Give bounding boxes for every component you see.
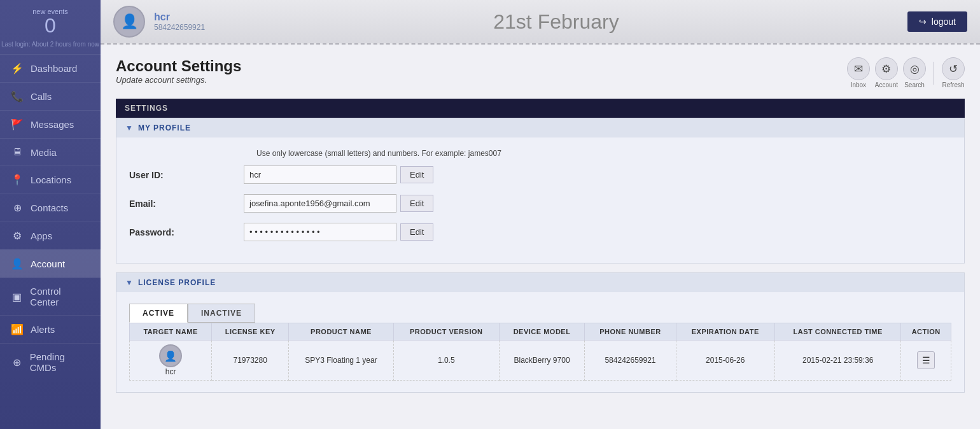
content-area: Account Settings Update account settings… [101, 45, 980, 429]
header: 👤 hcr 584242659921 21st February ↪ logou… [101, 0, 980, 45]
contacts-icon: ⊕ [10, 202, 24, 214]
header-avatar: 👤 [113, 6, 145, 38]
toolbar-icons: ✉ Inbox ⚙ Account ◎ Search ↺ Refresh [847, 57, 965, 88]
header-username: hcr [154, 11, 205, 23]
form-row-user-id: User ID: Edit [129, 165, 951, 184]
toolbar-search-label: Search [904, 81, 925, 88]
sidebar-item-pending-cmds[interactable]: ⊕ Pending CMDs [0, 343, 101, 381]
sidebar-item-account[interactable]: 👤 Account [0, 250, 101, 278]
media-icon: 🖥 [10, 146, 24, 158]
field-input-password[interactable] [244, 223, 396, 241]
my-profile-body: Use only lowercase (small letters) and n… [116, 137, 964, 263]
locations-icon: 📍 [10, 174, 24, 186]
sidebar-item-control-center[interactable]: ▣ Control Center [0, 278, 101, 315]
col-header-action: ACTION [901, 323, 951, 341]
license-profile-section-header[interactable]: ▼ LICENSE PROFILE [116, 273, 964, 292]
tab-active[interactable]: ACTIVE [129, 304, 188, 323]
my-profile-section-header[interactable]: ▼ MY PROFILE [116, 118, 964, 137]
field-label-email: Email: [129, 199, 244, 209]
field-label-user-id: User ID: [129, 170, 244, 180]
page-subtitle: Update account settings. [116, 75, 241, 85]
sidebar-item-media[interactable]: 🖥 Media [0, 138, 101, 165]
last-login: Last login: About 2 hours from now [0, 41, 101, 54]
cell-last-connected: 2015-02-21 23:59:36 [774, 341, 901, 381]
header-phone: 584242659921 [154, 23, 205, 32]
col-header-device-model: DEVICE MODEL [499, 323, 585, 341]
apps-icon: ⚙ [10, 230, 24, 242]
sidebar-item-label-media: Media [31, 147, 57, 158]
edit-button-email[interactable]: Edit [400, 195, 433, 212]
form-row-email: Email: Edit [129, 194, 951, 213]
event-count: 0 [0, 15, 101, 36]
toolbar-search-item: ◎ Search [903, 57, 926, 88]
toolbar-account-label: Account [875, 81, 898, 88]
cell-license-key: 71973280 [212, 341, 289, 381]
field-input-email[interactable] [244, 194, 396, 213]
logout-label: logout [932, 17, 956, 27]
alerts-icon: 📶 [10, 323, 24, 335]
tab-inactive[interactable]: INACTIVE [188, 304, 255, 323]
toolbar-refresh-item: ↺ Refresh [942, 57, 965, 88]
license-profile-title: LICENSE PROFILE [138, 278, 216, 287]
sidebar-item-dashboard[interactable]: ⚡ Dashboard [0, 54, 101, 82]
sidebar-item-locations[interactable]: 📍 Locations [0, 165, 101, 193]
cell-expiration-date: 2015-06-26 [676, 341, 774, 381]
my-profile-section: ▼ MY PROFILE Use only lowercase (small l… [116, 118, 965, 264]
toolbar-search-button[interactable]: ◎ [903, 57, 926, 80]
license-table: TARGET NAMELICENSE KEYPRODUCT NAMEPRODUC… [129, 323, 951, 381]
col-header-expiration-date: EXPIRATION DATE [676, 323, 774, 341]
sidebar-item-calls[interactable]: 📞 Calls [0, 82, 101, 110]
cell-action: ☰ [901, 341, 951, 381]
table-row: 👤hcr71973280SPY3 Floating 1 year1.0.5Bla… [130, 341, 951, 381]
sidebar-item-apps[interactable]: ⚙ Apps [0, 222, 101, 250]
col-header-phone-number: PHONE NUMBER [585, 323, 676, 341]
toolbar-inbox-button[interactable]: ✉ [847, 57, 870, 80]
account-icon: 👤 [10, 258, 24, 270]
sidebar-item-contacts[interactable]: ⊕ Contacts [0, 193, 101, 222]
sidebar-item-label-calls: Calls [31, 91, 52, 102]
toolbar-account-button[interactable]: ⚙ [875, 57, 898, 80]
sidebar: new events 0 Last login: About 2 hours f… [0, 0, 101, 429]
dashboard-icon: ⚡ [10, 62, 24, 74]
messages-icon: 🚩 [10, 118, 24, 130]
field-label-password: Password: [129, 227, 244, 237]
sidebar-item-label-locations: Locations [31, 174, 71, 185]
license-profile-section: ▼ LICENSE PROFILE ACTIVEINACTIVE TARGET … [116, 272, 965, 393]
col-header-target-name: TARGET NAME [130, 323, 212, 341]
row-action-button[interactable]: ☰ [917, 351, 935, 369]
settings-header: SETTINGS [116, 99, 965, 118]
sidebar-item-label-alerts: Alerts [31, 324, 55, 335]
sidebar-nav: ⚡ Dashboard📞 Calls🚩 Messages🖥 Media📍 Loc… [0, 54, 101, 381]
logout-button[interactable]: ↪ logout [907, 11, 967, 32]
page-title: Account Settings [116, 57, 241, 75]
cell-product-name: SPY3 Floating 1 year [289, 341, 394, 381]
sidebar-item-messages[interactable]: 🚩 Messages [0, 110, 101, 138]
control-center-icon: ▣ [10, 291, 24, 303]
main-area: 👤 hcr 584242659921 21st February ↪ logou… [101, 0, 980, 429]
sidebar-events: new events 0 [0, 0, 101, 41]
edit-button-password[interactable]: Edit [400, 223, 433, 241]
edit-button-user-id[interactable]: Edit [400, 166, 433, 183]
col-header-product-name: PRODUCT NAME [289, 323, 394, 341]
license-profile-body: ACTIVEINACTIVE TARGET NAMELICENSE KEYPRO… [116, 292, 964, 392]
sidebar-item-label-dashboard: Dashboard [31, 63, 77, 74]
toolbar-account-item: ⚙ Account [875, 57, 898, 88]
toolbar-inbox-item: ✉ Inbox [847, 57, 870, 88]
sidebar-item-alerts[interactable]: 📶 Alerts [0, 315, 101, 343]
cell-phone-number: 584242659921 [585, 341, 676, 381]
sidebar-item-label-apps: Apps [31, 230, 52, 241]
cell-target-name: 👤hcr [130, 341, 212, 381]
toolbar-inbox-label: Inbox [851, 81, 866, 88]
sidebar-item-label-control-center: Control Center [30, 286, 90, 307]
toolbar-refresh-button[interactable]: ↺ [942, 57, 965, 80]
profile-fields: User ID: Edit Email: Edit Password: Edit [129, 165, 951, 241]
logout-icon: ↪ [919, 17, 927, 27]
collapse-arrow-icon: ▼ [125, 123, 133, 132]
cell-product-version: 1.0.5 [393, 341, 499, 381]
col-header-last-connected-time: LAST CONNECTED TIME [774, 323, 901, 341]
sidebar-item-label-messages: Messages [31, 119, 74, 130]
col-header-product-version: PRODUCT VERSION [393, 323, 499, 341]
pending-cmds-icon: ⊕ [10, 356, 24, 369]
cell-device-model: BlackBerry 9700 [499, 341, 585, 381]
field-input-user-id[interactable] [244, 165, 396, 184]
